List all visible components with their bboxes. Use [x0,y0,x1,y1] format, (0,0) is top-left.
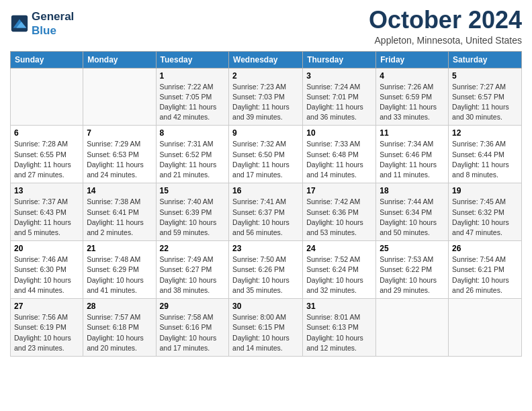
calendar-body: 1Sunrise: 7:22 AMSunset: 7:05 PMDaylight… [11,68,522,356]
day-info: Sunrise: 7:38 AMSunset: 6:41 PMDaylight:… [87,197,152,238]
calendar-cell: 28Sunrise: 7:57 AMSunset: 6:18 PMDayligh… [83,299,156,357]
calendar-cell: 16Sunrise: 7:41 AMSunset: 6:37 PMDayligh… [229,183,303,241]
day-number: 27 [14,302,79,311]
day-info: Sunrise: 7:40 AMSunset: 6:39 PMDaylight:… [160,197,226,238]
calendar-cell: 21Sunrise: 7:48 AMSunset: 6:29 PMDayligh… [83,241,156,299]
day-number: 11 [380,128,445,138]
day-number: 15 [160,186,226,195]
day-info: Sunrise: 7:48 AMSunset: 6:29 PMDaylight:… [87,255,152,295]
day-info: Sunrise: 7:44 AMSunset: 6:34 PMDaylight:… [380,197,445,238]
header-row: Sunday Monday Tuesday Wednesday Thursday… [11,51,522,68]
logo-general-text: General [32,10,74,23]
calendar-cell: 1Sunrise: 7:22 AMSunset: 7:05 PMDaylight… [156,68,229,126]
col-sunday: Sunday [11,51,83,68]
day-number: 6 [14,128,79,138]
calendar-cell: 13Sunrise: 7:37 AMSunset: 6:43 PMDayligh… [11,183,83,241]
col-monday: Monday [83,51,156,68]
day-number: 3 [306,71,372,81]
calendar-week-4: 20Sunrise: 7:46 AMSunset: 6:30 PMDayligh… [11,241,522,299]
calendar-cell: 9Sunrise: 7:32 AMSunset: 6:50 PMDaylight… [229,126,303,183]
day-number: 20 [14,244,79,253]
calendar-cell [449,299,522,357]
day-number: 12 [452,128,518,138]
day-number: 19 [452,186,518,195]
calendar-cell [376,299,449,357]
day-number: 9 [232,128,299,138]
day-number: 18 [380,186,445,195]
day-info: Sunrise: 7:53 AMSunset: 6:22 PMDaylight:… [380,255,445,295]
col-tuesday: Tuesday [156,51,229,68]
calendar-cell: 3Sunrise: 7:24 AMSunset: 7:01 PMDaylight… [303,68,376,126]
day-info: Sunrise: 7:56 AMSunset: 6:19 PMDaylight:… [14,312,79,353]
day-info: Sunrise: 8:00 AMSunset: 6:15 PMDaylight:… [232,312,299,353]
day-info: Sunrise: 7:52 AMSunset: 6:24 PMDaylight:… [306,255,372,295]
calendar-week-1: 1Sunrise: 7:22 AMSunset: 7:05 PMDaylight… [11,68,522,126]
day-info: Sunrise: 7:49 AMSunset: 6:27 PMDaylight:… [160,255,226,295]
day-number: 16 [232,186,299,195]
day-info: Sunrise: 7:34 AMSunset: 6:46 PMDaylight:… [380,139,445,180]
calendar-cell: 17Sunrise: 7:42 AMSunset: 6:36 PMDayligh… [303,183,376,241]
day-number: 7 [87,128,152,138]
day-number: 1 [160,71,226,81]
calendar-cell: 6Sunrise: 7:28 AMSunset: 6:55 PMDaylight… [11,126,83,183]
calendar-cell: 25Sunrise: 7:53 AMSunset: 6:22 PMDayligh… [376,241,449,299]
calendar-cell: 15Sunrise: 7:40 AMSunset: 6:39 PMDayligh… [156,183,229,241]
title-block: October 2024 Appleton, Minnesota, United… [369,7,522,46]
day-info: Sunrise: 7:41 AMSunset: 6:37 PMDaylight:… [232,197,299,238]
day-number: 17 [306,186,372,195]
day-number: 8 [160,128,226,138]
col-saturday: Saturday [449,51,522,68]
day-info: Sunrise: 7:36 AMSunset: 6:44 PMDaylight:… [452,139,518,180]
calendar-cell: 31Sunrise: 8:01 AMSunset: 6:13 PMDayligh… [303,299,376,357]
calendar-cell: 11Sunrise: 7:34 AMSunset: 6:46 PMDayligh… [376,126,449,183]
day-info: Sunrise: 7:54 AMSunset: 6:21 PMDaylight:… [452,255,518,295]
day-number: 30 [232,302,299,311]
calendar-cell: 29Sunrise: 7:58 AMSunset: 6:16 PMDayligh… [156,299,229,357]
location-text: Appleton, Minnesota, United States [369,35,522,46]
day-info: Sunrise: 7:32 AMSunset: 6:50 PMDaylight:… [232,139,299,180]
day-info: Sunrise: 7:24 AMSunset: 7:01 PMDaylight:… [306,82,372,123]
calendar-table: Sunday Monday Tuesday Wednesday Thursday… [10,51,522,357]
calendar-cell: 23Sunrise: 7:50 AMSunset: 6:26 PMDayligh… [229,241,303,299]
calendar-cell: 7Sunrise: 7:29 AMSunset: 6:53 PMDaylight… [83,126,156,183]
day-number: 29 [160,302,226,311]
calendar-cell: 14Sunrise: 7:38 AMSunset: 6:41 PMDayligh… [83,183,156,241]
day-info: Sunrise: 7:26 AMSunset: 6:59 PMDaylight:… [380,82,445,123]
page-header: General Blue October 2024 Appleton, Minn… [10,7,522,46]
calendar-cell: 20Sunrise: 7:46 AMSunset: 6:30 PMDayligh… [11,241,83,299]
day-number: 21 [87,244,152,253]
calendar-header: Sunday Monday Tuesday Wednesday Thursday… [11,51,522,68]
day-number: 4 [380,71,445,81]
calendar-cell: 5Sunrise: 7:27 AMSunset: 6:57 PMDaylight… [449,68,522,126]
calendar-cell: 24Sunrise: 7:52 AMSunset: 6:24 PMDayligh… [303,241,376,299]
day-info: Sunrise: 7:29 AMSunset: 6:53 PMDaylight:… [87,139,152,180]
calendar-cell: 12Sunrise: 7:36 AMSunset: 6:44 PMDayligh… [449,126,522,183]
calendar-cell: 22Sunrise: 7:49 AMSunset: 6:27 PMDayligh… [156,241,229,299]
col-thursday: Thursday [303,51,376,68]
day-info: Sunrise: 7:28 AMSunset: 6:55 PMDaylight:… [14,139,79,180]
logo: General Blue [10,7,74,38]
col-wednesday: Wednesday [229,51,303,68]
day-info: Sunrise: 7:58 AMSunset: 6:16 PMDaylight:… [160,312,226,353]
day-info: Sunrise: 7:23 AMSunset: 7:03 PMDaylight:… [232,82,299,123]
calendar-cell [11,68,83,126]
day-info: Sunrise: 7:42 AMSunset: 6:36 PMDaylight:… [306,197,372,238]
calendar-cell: 10Sunrise: 7:33 AMSunset: 6:48 PMDayligh… [303,126,376,183]
day-info: Sunrise: 7:57 AMSunset: 6:18 PMDaylight:… [87,312,152,353]
calendar-cell: 19Sunrise: 7:45 AMSunset: 6:32 PMDayligh… [449,183,522,241]
day-info: Sunrise: 7:22 AMSunset: 7:05 PMDaylight:… [160,82,226,123]
day-number: 5 [452,71,518,81]
day-info: Sunrise: 7:46 AMSunset: 6:30 PMDaylight:… [14,255,79,295]
day-info: Sunrise: 7:45 AMSunset: 6:32 PMDaylight:… [452,197,518,238]
day-info: Sunrise: 7:37 AMSunset: 6:43 PMDaylight:… [14,197,79,238]
day-number: 28 [87,302,152,311]
calendar-week-3: 13Sunrise: 7:37 AMSunset: 6:43 PMDayligh… [11,183,522,241]
day-info: Sunrise: 7:27 AMSunset: 6:57 PMDaylight:… [452,82,518,123]
day-number: 14 [87,186,152,195]
calendar-week-5: 27Sunrise: 7:56 AMSunset: 6:19 PMDayligh… [11,299,522,357]
day-number: 25 [380,244,445,253]
day-info: Sunrise: 7:33 AMSunset: 6:48 PMDaylight:… [306,139,372,180]
logo-icon [10,14,29,33]
calendar-cell: 30Sunrise: 8:00 AMSunset: 6:15 PMDayligh… [229,299,303,357]
calendar-cell: 18Sunrise: 7:44 AMSunset: 6:34 PMDayligh… [376,183,449,241]
